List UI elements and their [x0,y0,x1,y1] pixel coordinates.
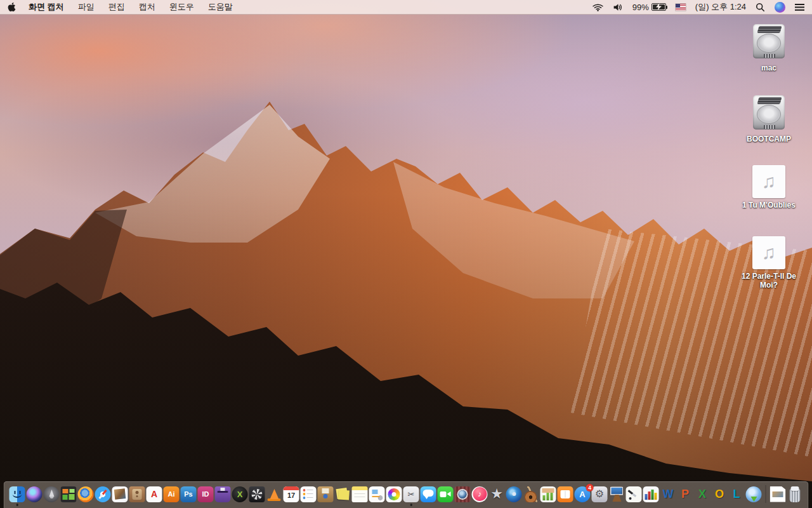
dock-item-firefox[interactable] [78,486,94,502]
outlook-icon: O [712,486,728,502]
dock-item-idvd[interactable] [506,486,522,502]
dock-item-launchpad[interactable] [44,486,60,502]
firefox-icon [78,486,94,502]
dock-item-photos[interactable] [386,486,402,502]
mission-control-icon [61,486,77,502]
volume-icon[interactable] [613,3,623,11]
preview-icon [112,486,128,502]
wifi-icon[interactable] [593,3,603,11]
dock-item-excel[interactable]: X [695,486,710,502]
dock-item-grab[interactable]: ✂ [403,486,419,502]
dock-item-imovie[interactable]: ★ [489,486,505,502]
siri-icon[interactable] [775,2,785,13]
desktop-icon-bootcamp[interactable]: BOOTCAMP [740,94,798,144]
excel-icon: X [695,486,710,502]
calendar-icon: 17 [284,486,299,502]
notes-icon [352,486,368,502]
dock-item-photoshop[interactable]: Ps [181,486,197,502]
reminders-icon [301,486,317,502]
ibooks-icon [558,486,573,502]
imovie-icon: ★ [489,486,505,502]
desktop-icon-mac[interactable]: mac [740,23,798,72]
dock-item-outlook[interactable]: O [712,486,728,502]
dock-item-word[interactable]: W [660,486,676,502]
dock-item-lync[interactable]: L [729,486,745,502]
desktop-icon-label: 12 Parle-T-Il De Moi? [740,272,798,290]
dock-item-safari[interactable] [95,486,111,502]
dock-item-app-store[interactable]: A4 [575,486,591,502]
dock-item-trash[interactable] [787,486,803,502]
dock-item-facetime[interactable] [438,486,454,502]
dock-item-toast[interactable] [215,486,231,502]
dock-item-powerpoint[interactable]: P [678,486,693,502]
document-icon [770,486,786,502]
dock-item-itunes[interactable]: ♪ [472,486,488,502]
hard-drive-icon [751,23,787,61]
dock-item-contacts[interactable] [129,486,145,502]
dock-item-stickies[interactable] [335,486,351,502]
dock-item-keynote09[interactable] [609,486,625,502]
numbers09-icon [540,486,556,502]
menu-item-3[interactable]: 윈도우 [169,1,194,13]
dock-item-siri[interactable] [27,486,43,502]
dock-item-reminders[interactable] [301,486,317,502]
dock-item-finder[interactable] [10,486,25,502]
battery-charging-icon [652,3,666,11]
notification-center-icon[interactable] [795,3,804,11]
hard-drive-icon [751,94,787,132]
menu-item-1[interactable]: 편집 [108,1,125,13]
doc-connection-icon [746,486,762,502]
dock-item-system-prefs[interactable]: ⚙ [592,486,608,502]
desktop-icon-tu-m-oublies[interactable]: ♫1 Tu M'Oublies [740,165,798,210]
dock-item-pages09[interactable] [626,486,642,502]
dock-item-vlc[interactable] [266,486,282,502]
running-indicator [410,504,412,506]
dock-item-mission-control[interactable] [61,486,77,502]
dock-item-acrobat[interactable]: A [147,486,162,502]
desktop-icon-label: 1 Tu M'Oublies [740,201,798,210]
black-drive-icon [249,486,265,502]
active-app-menu[interactable]: 화면 캡처 [29,1,64,13]
dock-item-textedit[interactable] [369,486,385,502]
illustrator-icon: Ai [164,486,180,502]
dock-item-messages[interactable] [421,486,436,502]
idvd-icon [506,486,522,502]
menu-bar-clock[interactable]: (일) 오후 1:24 [695,1,746,13]
dock-item-indesign[interactable]: ID [198,486,214,502]
dock-item-garageband[interactable] [523,486,539,502]
pages09-icon [626,486,642,502]
photoshop-icon: Ps [181,486,197,502]
menu-item-0[interactable]: 파일 [78,1,95,13]
indesign-icon: ID [198,486,214,502]
dock-item-divx[interactable]: X [232,486,248,502]
dock-item-black-drive[interactable] [249,486,265,502]
word-icon: W [660,486,676,502]
vlc-icon [266,486,282,502]
us-flag-icon[interactable] [676,4,686,11]
dock-item-doc-connection[interactable] [746,486,762,502]
trash-icon [787,486,803,502]
apple-menu[interactable] [8,2,16,12]
battery-indicator[interactable]: 99% [632,3,666,12]
menu-item-4[interactable]: 도움말 [208,1,233,13]
dock-item-notes[interactable] [352,486,368,502]
dock-item-calendar[interactable]: 17 [284,486,299,502]
acrobat-icon: A [147,486,162,502]
dock-item-stuffit[interactable] [318,486,334,502]
apple-logo-icon [8,2,16,12]
menu-item-2[interactable]: 캡처 [139,1,155,13]
dock-item-preview[interactable] [112,486,128,502]
dock-item-illustrator[interactable]: Ai [164,486,180,502]
dock-item-document[interactable] [770,486,786,502]
powerpoint-icon: P [678,486,693,502]
dock-item-numbers09[interactable] [540,486,556,502]
divx-icon: X [232,486,248,502]
spotlight-search-icon[interactable] [756,3,765,12]
audio-file-icon: ♫ [752,165,785,198]
dock-item-photo-booth[interactable] [455,486,471,502]
desktop-icon-parle-t-il-de-moi[interactable]: ♫12 Parle-T-Il De Moi? [740,236,798,290]
dock-item-ms-office[interactable] [643,486,659,502]
dock-item-ibooks[interactable] [558,486,573,502]
messages-icon [421,486,436,502]
notification-badge: 4 [586,484,594,491]
